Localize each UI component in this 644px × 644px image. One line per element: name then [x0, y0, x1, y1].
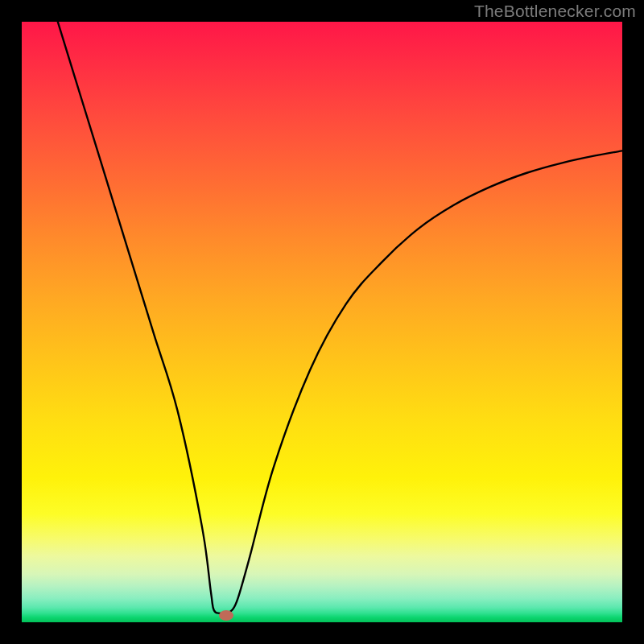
- chart-frame: TheBottlenecker.com: [0, 0, 644, 644]
- watermark-text: TheBottlenecker.com: [474, 2, 636, 21]
- bottleneck-curve: [22, 22, 622, 622]
- optimal-point-marker: [219, 610, 233, 621]
- plot-area: [22, 22, 622, 622]
